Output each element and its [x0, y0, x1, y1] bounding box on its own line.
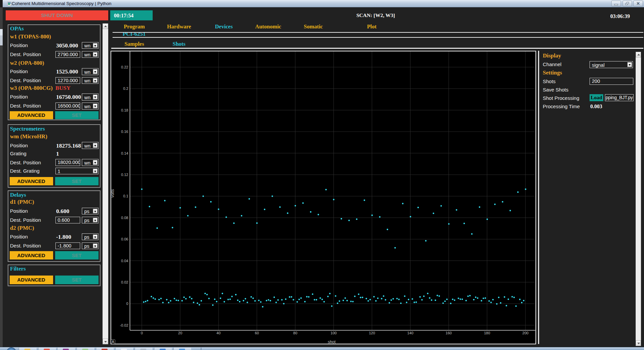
svg-text:0.06: 0.06: [121, 237, 128, 241]
svg-text:20: 20: [178, 331, 182, 335]
svg-text:0.04: 0.04: [121, 259, 128, 263]
svg-text:40: 40: [216, 331, 220, 335]
svg-text:0.2: 0.2: [123, 86, 128, 91]
svg-text:180: 180: [484, 331, 490, 335]
svg-text:100: 100: [330, 331, 336, 335]
svg-text:volts: volts: [111, 189, 115, 198]
svg-text:shot: shot: [328, 340, 336, 344]
svg-text:0.14: 0.14: [121, 151, 128, 155]
svg-text:120: 120: [369, 331, 375, 335]
svg-text:0.12: 0.12: [121, 173, 128, 177]
svg-text:140: 140: [407, 331, 413, 335]
svg-text:0.08: 0.08: [121, 216, 128, 220]
svg-text:0.22: 0.22: [121, 65, 128, 69]
svg-text:0: 0: [126, 302, 128, 306]
svg-text:0.02: 0.02: [121, 280, 128, 284]
svg-text:60: 60: [255, 331, 259, 335]
svg-text:80: 80: [293, 331, 297, 335]
svg-text:200: 200: [522, 331, 528, 335]
svg-text:0: 0: [141, 331, 143, 335]
svg-text:160: 160: [446, 331, 452, 335]
svg-text:0.16: 0.16: [121, 130, 128, 134]
svg-text:0.18: 0.18: [121, 108, 128, 112]
svg-text:0.1: 0.1: [123, 194, 128, 198]
svg-text:-0.02: -0.02: [120, 323, 128, 327]
